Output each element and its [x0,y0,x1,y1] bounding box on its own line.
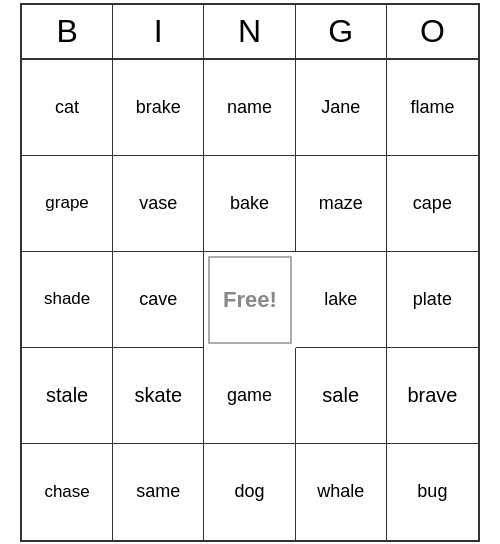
bingo-grid: catbrakenameJaneflamegrapevasebakemazeca… [22,60,478,540]
grid-cell: lake [296,252,387,348]
grid-cell: brave [387,348,478,444]
grid-cell: plate [387,252,478,348]
bingo-card: BINGO catbrakenameJaneflamegrapevasebake… [20,3,480,542]
bingo-header: BINGO [22,5,478,60]
grid-cell: dog [204,444,295,540]
grid-cell: cat [22,60,113,156]
grid-cell: bake [204,156,295,252]
grid-cell: name [204,60,295,156]
header-letter: O [387,5,478,58]
grid-cell: Jane [296,60,387,156]
grid-cell: vase [113,156,204,252]
grid-cell: game [204,348,295,444]
header-letter: N [204,5,295,58]
header-letter: G [296,5,387,58]
header-letter: I [113,5,204,58]
grid-cell: same [113,444,204,540]
grid-cell: chase [22,444,113,540]
header-letter: B [22,5,113,58]
grid-cell: cave [113,252,204,348]
grid-cell: Free! [208,256,291,344]
grid-cell: stale [22,348,113,444]
grid-cell: shade [22,252,113,348]
grid-cell: maze [296,156,387,252]
grid-cell: brake [113,60,204,156]
grid-cell: sale [296,348,387,444]
grid-cell: flame [387,60,478,156]
grid-cell: bug [387,444,478,540]
grid-cell: grape [22,156,113,252]
grid-cell: skate [113,348,204,444]
grid-cell: whale [296,444,387,540]
grid-cell: cape [387,156,478,252]
